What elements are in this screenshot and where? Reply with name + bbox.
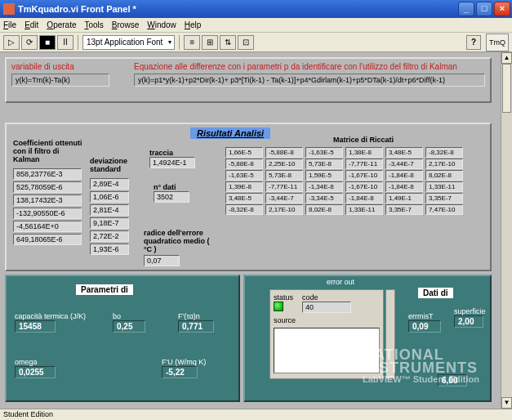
status-led xyxy=(274,302,283,311)
font-select[interactable]: 13pt Application Font xyxy=(82,35,175,50)
riccati-cell: 8,02E-8 xyxy=(305,204,343,215)
vertical-scrollbar[interactable]: ▲ ▼ xyxy=(501,52,512,409)
riccati-cell: 1,33E-11 xyxy=(425,181,463,192)
riccati-cell: 2,17E-10 xyxy=(425,159,463,169)
dev-label: deviazione standard xyxy=(90,157,139,173)
riccati-cell: 8,02E-8 xyxy=(425,170,463,181)
fu-value[interactable]: -5,22 xyxy=(162,366,198,378)
var-label: variabile di uscita xyxy=(11,62,118,71)
extra-value[interactable]: 6,00 xyxy=(438,374,467,386)
maximize-button[interactable]: □ xyxy=(476,2,492,16)
scroll-up-icon[interactable]: ▲ xyxy=(501,52,512,64)
kalman-coef: 138,17432E-3 xyxy=(13,194,82,206)
riccati-matrix: 1,66E-5-5,88E-8-1,63E-51,38E-83,48E-5-8,… xyxy=(225,147,465,215)
cap-value[interactable]: 15458 xyxy=(15,320,56,333)
dev-block: deviazione standard 2,89E-41,06E-62,81E-… xyxy=(90,157,139,257)
sup-value[interactable]: 2,00 xyxy=(454,315,483,328)
riccati-cell: 1,59E-5 xyxy=(305,170,343,181)
riccati-cell: -7,77E-11 xyxy=(345,159,383,169)
scroll-thumb[interactable] xyxy=(502,64,511,113)
eq-label: Equazione alle differenze con i parametr… xyxy=(134,62,485,71)
kalman-dev: 1,93E-6 xyxy=(90,244,129,255)
ftan-value[interactable]: 0,771 xyxy=(178,320,214,333)
results-panel: Coefficienti ottenuti con il filtro di K… xyxy=(5,123,492,271)
resize-button[interactable]: ⊡ xyxy=(238,35,254,50)
status-text: Student Edition xyxy=(3,410,53,418)
menu-file[interactable]: File xyxy=(3,20,16,29)
kalman-dev: 2,89E-4 xyxy=(90,178,129,190)
riccati-cell: 2,25E-10 xyxy=(265,159,303,169)
riccati-cell: -8,32E-8 xyxy=(225,204,263,215)
kalman-block: Coefficienti ottenuti con il filtro di K… xyxy=(13,139,87,247)
kalman-coef: 858,23776E-3 xyxy=(13,168,82,180)
riccati-cell: -3,44E-7 xyxy=(385,159,423,169)
source-label: source xyxy=(274,316,296,324)
riccati-cell: 7,47E-10 xyxy=(425,204,463,215)
riccati-cell: -1,84E-8 xyxy=(385,170,423,181)
cont-run-button[interactable]: ⟳ xyxy=(21,35,38,50)
riccati-cell: -1,34E-8 xyxy=(305,181,343,192)
riccati-cell: -1,63E-5 xyxy=(305,147,343,158)
toolbar: ▷ ⟳ ■ II 13pt Application Font ≡ ⊞ ⇅ ⊡ ?… xyxy=(0,33,512,52)
code-value: 40 xyxy=(302,302,351,313)
kalman-coef: 649,18065E-6 xyxy=(13,234,82,245)
ndati-label: n° dati xyxy=(154,183,189,191)
status-label: status xyxy=(274,293,296,302)
traccia-value: 1,4924E-1 xyxy=(149,157,195,168)
pause-button[interactable]: II xyxy=(57,35,73,50)
data-panel: error out status source code 40 Dati di … xyxy=(243,275,492,402)
menu-window[interactable]: Window xyxy=(147,20,176,29)
riccati-cell: 3,35E-7 xyxy=(385,204,423,215)
kalman-dev: 2,81E-4 xyxy=(90,204,129,216)
kalman-dev: 2,72E-2 xyxy=(90,230,129,242)
vi-icon xyxy=(3,3,15,15)
fu-label: F'U (W/mq K) xyxy=(162,358,206,366)
riccati-cell: -1,84E-8 xyxy=(385,181,423,192)
pane-icon[interactable]: TmQ xyxy=(486,34,509,51)
run-button[interactable]: ▷ xyxy=(3,35,20,50)
source-text[interactable] xyxy=(274,328,380,373)
help-button[interactable]: ? xyxy=(466,35,481,50)
riccati-cell: -5,88E-8 xyxy=(225,159,263,169)
menu-help[interactable]: Help xyxy=(185,20,202,29)
bo-value[interactable]: 0,25 xyxy=(113,320,145,333)
error-cluster: status source code 40 xyxy=(269,289,384,379)
align-button[interactable]: ≡ xyxy=(184,35,200,50)
riccati-cell: 3,48E-5 xyxy=(385,147,423,158)
param-title: Parametri di xyxy=(76,284,133,295)
ndati-value: 3502 xyxy=(154,191,189,203)
kalman-coef: -4,56164E+0 xyxy=(13,221,82,232)
riccati-cell: 1,66E-5 xyxy=(225,147,263,158)
errmisT-value[interactable]: 0,09 xyxy=(408,320,441,333)
close-button[interactable]: × xyxy=(494,2,510,16)
minimize-button[interactable]: _ xyxy=(458,2,474,16)
menu-operate[interactable]: Operate xyxy=(47,20,76,29)
omega-value[interactable]: 0,0255 xyxy=(15,366,56,378)
riccati-cell: 2,17E-10 xyxy=(265,204,303,215)
riccati-cell: 3,35E-7 xyxy=(425,193,463,203)
cap-label: capacità termica (J/K) xyxy=(15,312,86,320)
riccati-cell: -3,34E-5 xyxy=(305,193,343,203)
stop-button[interactable]: ■ xyxy=(39,35,56,50)
equation-panel: variabile di uscita y(k)=Tm(k)-Ta(k) Equ… xyxy=(5,57,492,103)
bo-label: bo xyxy=(113,312,145,320)
riccati-cell: 5,73E-8 xyxy=(305,159,343,169)
front-panel: variabile di uscita y(k)=Tm(k)-Ta(k) Equ… xyxy=(0,52,512,409)
menu-edit[interactable]: Edit xyxy=(24,20,38,29)
riccati-cell: 1,33E-11 xyxy=(345,204,383,215)
statusbar: Student Edition xyxy=(0,409,512,420)
scroll-down-icon[interactable]: ▼ xyxy=(501,397,512,409)
kalman-dev: 9,18E-7 xyxy=(90,217,129,229)
window-titlebar: TmKquadro.vi Front Panel * _ □ × xyxy=(0,0,512,18)
window-title: TmKquadro.vi Front Panel * xyxy=(18,4,136,14)
riccati-cell: -1,84E-8 xyxy=(345,193,383,203)
menu-tools[interactable]: Tools xyxy=(85,20,104,29)
riccati-cell: -8,32E-8 xyxy=(425,147,463,158)
rmse-value: 0,07 xyxy=(144,255,180,266)
traccia-label: traccia xyxy=(149,149,195,157)
analisi-title: Risultati Analisi xyxy=(190,127,270,139)
reorder-button[interactable]: ⇅ xyxy=(220,35,236,50)
distribute-button[interactable]: ⊞ xyxy=(202,35,218,50)
menu-browse[interactable]: Browse xyxy=(112,20,139,29)
cluster-scroll[interactable] xyxy=(385,289,395,379)
